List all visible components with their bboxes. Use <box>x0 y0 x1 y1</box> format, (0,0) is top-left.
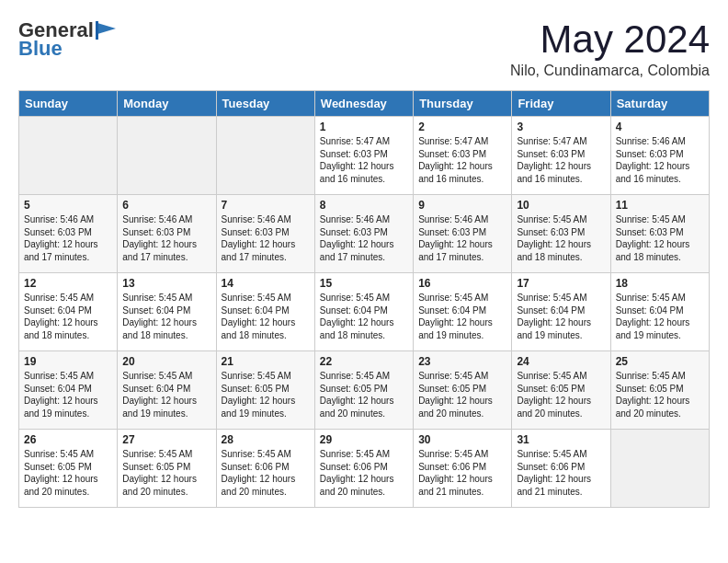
calendar-cell: 30Sunrise: 5:45 AMSunset: 6:06 PMDayligh… <box>414 430 512 508</box>
day-number: 8 <box>320 199 408 212</box>
cell-sun-info: Sunrise: 5:45 AMSunset: 6:04 PMDaylight:… <box>24 370 112 419</box>
cell-sun-info: Sunrise: 5:45 AMSunset: 6:04 PMDaylight:… <box>24 292 112 341</box>
calendar-cell: 2Sunrise: 5:47 AMSunset: 6:03 PMDaylight… <box>414 117 512 195</box>
header-wednesday: Wednesday <box>314 91 413 117</box>
day-number: 18 <box>616 277 704 290</box>
calendar-cell: 24Sunrise: 5:45 AMSunset: 6:05 PMDayligh… <box>512 351 610 430</box>
calendar-week-3: 12Sunrise: 5:45 AMSunset: 6:04 PMDayligh… <box>19 273 710 351</box>
calendar-cell: 18Sunrise: 5:45 AMSunset: 6:04 PMDayligh… <box>610 273 709 351</box>
day-number: 24 <box>517 355 605 368</box>
calendar-cell: 28Sunrise: 5:45 AMSunset: 6:06 PMDayligh… <box>216 430 314 508</box>
calendar-cell: 19Sunrise: 5:45 AMSunset: 6:04 PMDayligh… <box>19 351 118 430</box>
cell-sun-info: Sunrise: 5:45 AMSunset: 6:05 PMDaylight:… <box>320 370 408 419</box>
day-number: 29 <box>320 433 408 446</box>
month-title: May 2024 <box>510 18 710 61</box>
calendar-week-1: 1Sunrise: 5:47 AMSunset: 6:03 PMDaylight… <box>19 117 710 195</box>
calendar-cell: 20Sunrise: 5:45 AMSunset: 6:04 PMDayligh… <box>118 351 216 430</box>
cell-sun-info: Sunrise: 5:45 AMSunset: 6:04 PMDaylight:… <box>616 292 704 341</box>
header: General Blue May 2024 Nilo, Cundinamarca… <box>18 18 710 79</box>
day-number: 9 <box>418 199 506 212</box>
day-number: 17 <box>517 277 605 290</box>
cell-sun-info: Sunrise: 5:45 AMSunset: 6:05 PMDaylight:… <box>517 370 605 419</box>
cell-sun-info: Sunrise: 5:45 AMSunset: 6:05 PMDaylight:… <box>616 370 704 419</box>
cell-sun-info: Sunrise: 5:45 AMSunset: 6:04 PMDaylight:… <box>320 292 408 341</box>
day-number: 12 <box>24 277 112 290</box>
cell-sun-info: Sunrise: 5:45 AMSunset: 6:05 PMDaylight:… <box>418 370 506 419</box>
logo-icon <box>96 21 118 40</box>
cell-sun-info: Sunrise: 5:45 AMSunset: 6:04 PMDaylight:… <box>122 370 210 419</box>
calendar-cell: 9Sunrise: 5:46 AMSunset: 6:03 PMDaylight… <box>414 195 512 273</box>
calendar-cell: 14Sunrise: 5:45 AMSunset: 6:04 PMDayligh… <box>216 273 314 351</box>
day-number: 27 <box>122 433 210 446</box>
calendar-week-5: 26Sunrise: 5:45 AMSunset: 6:05 PMDayligh… <box>19 430 710 508</box>
day-number: 5 <box>24 199 112 212</box>
day-number: 21 <box>222 355 310 368</box>
cell-sun-info: Sunrise: 5:46 AMSunset: 6:03 PMDaylight:… <box>418 213 506 263</box>
calendar-cell: 11Sunrise: 5:45 AMSunset: 6:03 PMDayligh… <box>610 195 709 273</box>
calendar-cell: 23Sunrise: 5:45 AMSunset: 6:05 PMDayligh… <box>414 351 512 430</box>
day-number: 10 <box>517 199 605 212</box>
day-number: 28 <box>222 433 310 446</box>
cell-sun-info: Sunrise: 5:45 AMSunset: 6:04 PMDaylight:… <box>222 292 310 341</box>
cell-sun-info: Sunrise: 5:45 AMSunset: 6:06 PMDaylight:… <box>222 448 310 498</box>
day-number: 11 <box>616 199 704 212</box>
day-number: 7 <box>222 199 310 212</box>
header-saturday: Saturday <box>610 91 709 117</box>
day-number: 3 <box>517 121 605 133</box>
calendar-cell: 27Sunrise: 5:45 AMSunset: 6:05 PMDayligh… <box>118 430 216 508</box>
calendar-table: SundayMondayTuesdayWednesdayThursdayFrid… <box>18 90 710 508</box>
day-number: 31 <box>517 433 605 446</box>
calendar-cell: 31Sunrise: 5:45 AMSunset: 6:06 PMDayligh… <box>512 430 610 508</box>
cell-sun-info: Sunrise: 5:46 AMSunset: 6:03 PMDaylight:… <box>320 213 408 263</box>
calendar-cell: 26Sunrise: 5:45 AMSunset: 6:05 PMDayligh… <box>19 430 118 508</box>
header-tuesday: Tuesday <box>216 91 314 117</box>
day-number: 26 <box>24 433 112 446</box>
calendar-cell: 22Sunrise: 5:45 AMSunset: 6:05 PMDayligh… <box>314 351 413 430</box>
day-number: 25 <box>616 355 704 368</box>
cell-sun-info: Sunrise: 5:45 AMSunset: 6:04 PMDaylight:… <box>122 292 210 341</box>
svg-marker-0 <box>97 23 116 34</box>
calendar-cell: 12Sunrise: 5:45 AMSunset: 6:04 PMDayligh… <box>19 273 118 351</box>
header-thursday: Thursday <box>414 91 512 117</box>
cell-sun-info: Sunrise: 5:45 AMSunset: 6:04 PMDaylight:… <box>418 292 506 341</box>
calendar-cell <box>216 117 314 195</box>
page: General Blue May 2024 Nilo, Cundinamarca… <box>0 0 728 517</box>
calendar-cell: 16Sunrise: 5:45 AMSunset: 6:04 PMDayligh… <box>414 273 512 351</box>
cell-sun-info: Sunrise: 5:45 AMSunset: 6:04 PMDaylight:… <box>517 292 605 341</box>
day-number: 23 <box>418 355 506 368</box>
calendar-header-row: SundayMondayTuesdayWednesdayThursdayFrid… <box>19 91 710 117</box>
calendar-cell: 5Sunrise: 5:46 AMSunset: 6:03 PMDaylight… <box>19 195 118 273</box>
calendar-cell: 21Sunrise: 5:45 AMSunset: 6:05 PMDayligh… <box>216 351 314 430</box>
location-title: Nilo, Cundinamarca, Colombia <box>510 63 710 79</box>
day-number: 13 <box>122 277 210 290</box>
calendar-cell: 13Sunrise: 5:45 AMSunset: 6:04 PMDayligh… <box>118 273 216 351</box>
cell-sun-info: Sunrise: 5:45 AMSunset: 6:05 PMDaylight:… <box>222 370 310 419</box>
calendar-cell: 6Sunrise: 5:46 AMSunset: 6:03 PMDaylight… <box>118 195 216 273</box>
day-number: 1 <box>320 121 408 133</box>
cell-sun-info: Sunrise: 5:45 AMSunset: 6:06 PMDaylight:… <box>418 448 506 498</box>
cell-sun-info: Sunrise: 5:47 AMSunset: 6:03 PMDaylight:… <box>418 135 506 185</box>
day-number: 22 <box>320 355 408 368</box>
day-number: 16 <box>418 277 506 290</box>
header-sunday: Sunday <box>19 91 118 117</box>
logo: General Blue <box>18 18 118 61</box>
calendar-cell <box>118 117 216 195</box>
cell-sun-info: Sunrise: 5:45 AMSunset: 6:05 PMDaylight:… <box>24 448 112 498</box>
cell-sun-info: Sunrise: 5:46 AMSunset: 6:03 PMDaylight:… <box>122 213 210 263</box>
calendar-cell <box>19 117 118 195</box>
svg-rect-1 <box>96 21 98 40</box>
cell-sun-info: Sunrise: 5:45 AMSunset: 6:05 PMDaylight:… <box>122 448 210 498</box>
cell-sun-info: Sunrise: 5:45 AMSunset: 6:06 PMDaylight:… <box>517 448 605 498</box>
day-number: 6 <box>122 199 210 212</box>
day-number: 2 <box>418 121 506 133</box>
calendar-cell: 4Sunrise: 5:46 AMSunset: 6:03 PMDaylight… <box>610 117 709 195</box>
cell-sun-info: Sunrise: 5:46 AMSunset: 6:03 PMDaylight:… <box>616 135 704 185</box>
calendar-cell: 25Sunrise: 5:45 AMSunset: 6:05 PMDayligh… <box>610 351 709 430</box>
day-number: 30 <box>418 433 506 446</box>
day-number: 15 <box>320 277 408 290</box>
title-block: May 2024 Nilo, Cundinamarca, Colombia <box>510 18 710 79</box>
cell-sun-info: Sunrise: 5:46 AMSunset: 6:03 PMDaylight:… <box>222 213 310 263</box>
calendar-week-4: 19Sunrise: 5:45 AMSunset: 6:04 PMDayligh… <box>19 351 710 430</box>
calendar-cell: 7Sunrise: 5:46 AMSunset: 6:03 PMDaylight… <box>216 195 314 273</box>
logo-blue: Blue <box>18 37 63 61</box>
